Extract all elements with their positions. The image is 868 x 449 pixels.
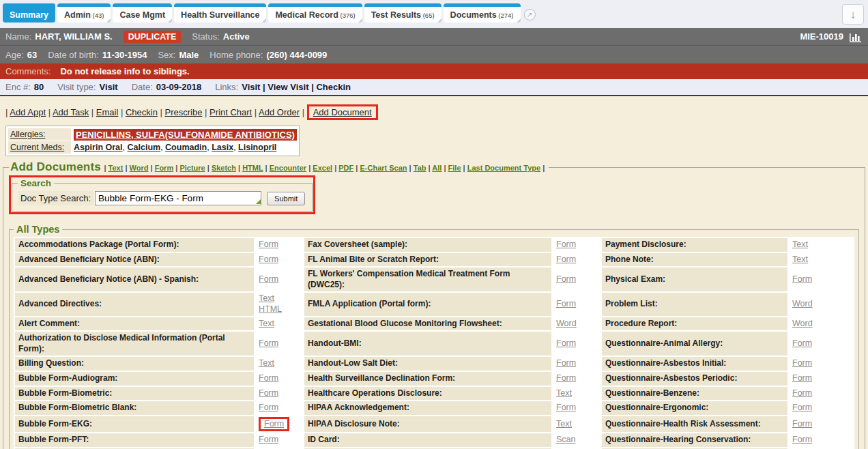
link-form[interactable]: Form xyxy=(556,358,576,368)
doc-type-row: Billing Question:TextHandout-Low Salt Di… xyxy=(15,357,853,371)
tab-test-results[interactable]: Test Results (65) xyxy=(364,3,442,23)
link-text[interactable]: Text xyxy=(259,319,274,328)
visit-date-label: Date: xyxy=(132,82,153,92)
dob-label: Date of birth: xyxy=(48,50,98,60)
duplicate-badge[interactable]: DUPLICATE xyxy=(124,31,182,43)
doc-type-link-file[interactable]: File xyxy=(448,164,461,172)
encounter-link-visit[interactable]: Visit xyxy=(242,82,260,92)
link-form[interactable]: Form xyxy=(259,255,278,264)
link-form[interactable]: Form xyxy=(259,274,278,284)
link-form[interactable]: Form xyxy=(792,419,812,429)
current-meds-link[interactable]: Current Meds: xyxy=(8,141,71,154)
allergies-value[interactable]: PENICILLINS, SULFA(SULFONAMIDE ANTIBIOTI… xyxy=(74,129,297,141)
link-text[interactable]: Text xyxy=(792,240,808,249)
doc-type-link-e-chart-scan[interactable]: E-Chart Scan xyxy=(360,164,407,172)
doc-type-link-encounter[interactable]: Encounter xyxy=(270,164,306,172)
link-text[interactable]: Text xyxy=(792,255,808,264)
link-word[interactable]: Word xyxy=(792,319,813,328)
tab-label: Case Mgmt xyxy=(119,10,165,20)
med-link-lisinopril[interactable]: Lisinopril xyxy=(238,143,276,152)
med-link-calcium[interactable]: Calcium xyxy=(128,143,161,152)
link-form[interactable]: Form xyxy=(792,338,812,348)
doc-type-links-cell: Form xyxy=(553,357,601,371)
allergies-link[interactable]: Allergies: xyxy=(8,128,71,141)
doc-type-link-last-document-type[interactable]: Last Document Type xyxy=(467,164,540,172)
action-add-task[interactable]: Add Task xyxy=(53,107,89,117)
doc-type-label-questionnaire-asbestos-initial: Questionnaire-Asbestos Initial: xyxy=(602,357,787,371)
doc-type-link-sketch[interactable]: Sketch xyxy=(212,164,236,172)
link-form[interactable]: Form xyxy=(556,403,576,412)
link-form[interactable]: Form xyxy=(259,435,278,444)
link-text[interactable]: Text xyxy=(259,358,274,368)
link-word[interactable]: Word xyxy=(556,319,577,328)
med-link-coumadin[interactable]: Coumadin xyxy=(165,143,207,152)
link-text[interactable]: Text xyxy=(259,293,274,303)
action-checkin[interactable]: Checkin xyxy=(126,107,158,117)
search-legend: Search xyxy=(18,178,54,188)
link-form[interactable]: Form xyxy=(556,338,576,348)
separator: | xyxy=(407,164,414,172)
action-prescribe[interactable]: Prescribe xyxy=(165,107,203,117)
encounter-link-view-visit[interactable]: View Visit xyxy=(267,82,308,92)
link-text[interactable]: Text xyxy=(556,388,572,398)
comments-label: Comments: xyxy=(5,66,50,76)
action-print-chart[interactable]: Print Chart xyxy=(209,107,252,117)
link-form[interactable]: Form xyxy=(264,419,284,429)
encounter-link-checkin[interactable]: Checkin xyxy=(316,82,351,92)
link-form[interactable]: Form xyxy=(792,373,812,383)
doc-type-links-cell: Form xyxy=(255,387,303,401)
doc-type-link-text[interactable]: Text xyxy=(108,164,124,172)
action-email[interactable]: Email xyxy=(96,107,119,117)
doc-type-links-cell: Form xyxy=(255,238,303,252)
patient-sex: Male xyxy=(179,50,199,60)
tab-summary[interactable]: Summary xyxy=(3,3,55,23)
doc-type-search-input[interactable] xyxy=(95,191,261,205)
link-form[interactable]: Form xyxy=(556,274,576,284)
link-form[interactable]: Form xyxy=(259,373,278,383)
tab-medical-record[interactable]: Medical Record (376) xyxy=(268,3,362,23)
tab-documents[interactable]: Documents (274) xyxy=(444,3,521,23)
doc-type-links-cell: Form xyxy=(553,401,601,415)
doc-type-link-html[interactable]: HTML xyxy=(242,164,263,172)
doc-type-link-pdf[interactable]: PDF xyxy=(338,164,353,172)
link-form[interactable]: Form xyxy=(259,338,278,348)
link-form[interactable]: Form xyxy=(556,373,576,383)
popout-icon[interactable]: ↗ xyxy=(524,9,536,20)
submit-button[interactable]: Submit xyxy=(267,192,305,205)
link-form[interactable]: Form xyxy=(556,299,576,308)
med-link-lasix[interactable]: Lasix xyxy=(212,143,233,152)
doc-type-row: Bubble Form-EKG:FormHIPAA Disclosure Not… xyxy=(15,416,853,433)
doc-type-link-word[interactable]: Word xyxy=(130,164,149,172)
link-form[interactable]: Form xyxy=(792,403,812,412)
doc-type-links-cell: Text xyxy=(553,387,601,401)
tab-health-surveillance[interactable]: Health Surveillance xyxy=(174,3,266,23)
doc-type-link-all[interactable]: All xyxy=(432,164,442,172)
tab-admin[interactable]: Admin (43) xyxy=(57,3,111,23)
link-form[interactable]: Form xyxy=(259,240,278,249)
doc-type-link-picture[interactable]: Picture xyxy=(179,164,205,172)
action-add-document[interactable]: Add Document xyxy=(313,107,372,117)
action-add-appt[interactable]: Add Appt xyxy=(10,107,46,117)
doc-type-links-cell: TextHTML xyxy=(255,293,303,315)
header-collapse-button[interactable]: ↓ xyxy=(842,4,864,25)
tab-case-mgmt[interactable]: Case Mgmt xyxy=(113,3,172,23)
doc-type-link-excel[interactable]: Excel xyxy=(313,164,332,172)
doc-type-link-tab[interactable]: Tab xyxy=(414,164,426,172)
tab-count: (43) xyxy=(91,12,104,19)
link-form[interactable]: Form xyxy=(792,388,812,398)
link-form[interactable]: Form xyxy=(259,388,278,398)
doc-type-link-form[interactable]: Form xyxy=(155,164,174,172)
link-form[interactable]: Form xyxy=(259,403,278,412)
link-form[interactable]: Form xyxy=(556,240,576,249)
link-html[interactable]: HTML xyxy=(259,304,282,314)
action-add-order[interactable]: Add Order xyxy=(259,107,300,117)
link-form[interactable]: Form xyxy=(792,358,812,368)
link-word[interactable]: Word xyxy=(792,299,813,308)
link-form[interactable]: Form xyxy=(792,274,812,284)
link-form[interactable]: Form xyxy=(556,255,576,264)
link-form[interactable]: Form xyxy=(792,435,812,444)
link-scan[interactable]: Scan xyxy=(556,435,576,444)
med-link-aspirin-oral[interactable]: Aspirin Oral xyxy=(74,143,123,152)
bar-chart-icon[interactable] xyxy=(849,31,863,42)
link-text[interactable]: Text xyxy=(556,419,572,429)
